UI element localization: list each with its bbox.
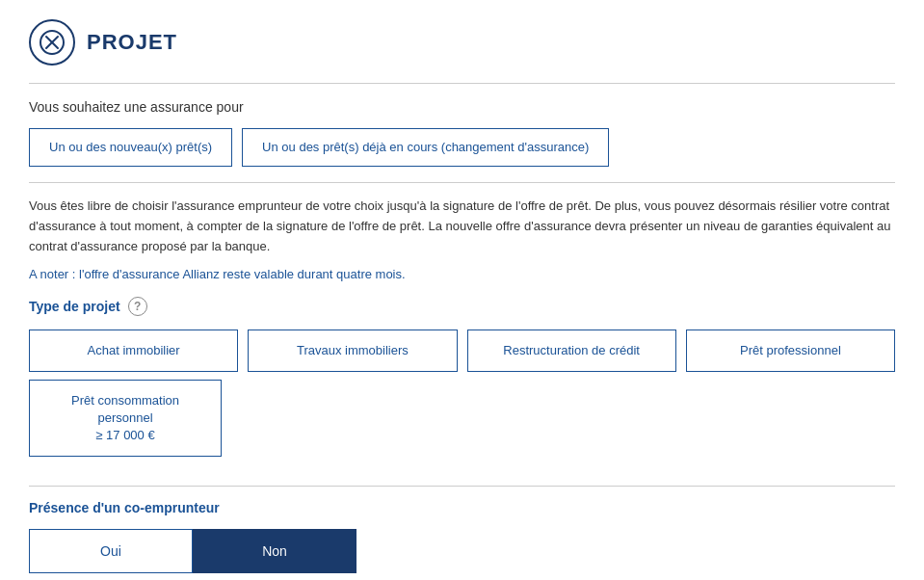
btn-restructuration-credit[interactable]: Restructuration de crédit xyxy=(467,330,676,372)
btn-nouveaux-prets[interactable]: Un ou des nouveau(x) prêt(s) xyxy=(29,128,232,167)
assurance-section: Vous souhaitez une assurance pour Un ou … xyxy=(29,99,895,167)
info-paragraph: Vous êtes libre de choisir l'assurance e… xyxy=(29,197,895,256)
page-title: PROJET xyxy=(87,30,177,55)
btn-travaux-immobiliers[interactable]: Travaux immobiliers xyxy=(248,330,457,372)
logo-circle xyxy=(29,19,75,66)
type-projet-label-row: Type de projet ? xyxy=(29,297,895,316)
logo-icon xyxy=(39,29,66,56)
info-note: A noter : l'offre d'assurance Allianz re… xyxy=(29,267,895,281)
co-emprunteur-label: Présence d'un co-emprunteur xyxy=(29,500,895,515)
assurance-options: Un ou des nouveau(x) prêt(s) Un ou des p… xyxy=(29,128,895,167)
btn-pret-consommation[interactable]: Prêt consommation personnel ≥ 17 000 € xyxy=(29,380,222,458)
oui-non-group: Oui Non xyxy=(29,529,895,573)
btn-prets-en-cours[interactable]: Un ou des prêt(s) déjà en cours (changem… xyxy=(242,128,609,167)
assurance-label: Vous souhaitez une assurance pour xyxy=(29,99,895,115)
info-block: Vous êtes libre de choisir l'assurance e… xyxy=(29,197,895,280)
divider-1 xyxy=(29,83,895,84)
project-types-row: Achat immobilier Travaux immobiliers Res… xyxy=(29,330,895,372)
btn-non[interactable]: Non xyxy=(193,529,356,573)
divider-3 xyxy=(29,486,895,487)
type-projet-section: Type de projet ? Achat immobilier Travau… xyxy=(29,297,895,473)
btn-pret-professionnel[interactable]: Prêt professionnel xyxy=(686,330,895,372)
btn-achat-immobilier[interactable]: Achat immobilier xyxy=(29,330,238,372)
page-header: PROJET xyxy=(29,19,895,66)
divider-2 xyxy=(29,182,895,183)
help-icon[interactable]: ? xyxy=(128,297,147,316)
type-projet-label-text: Type de projet xyxy=(29,299,120,314)
co-emprunteur-section: Présence d'un co-emprunteur Oui Non xyxy=(29,500,895,573)
btn-oui[interactable]: Oui xyxy=(29,529,193,573)
